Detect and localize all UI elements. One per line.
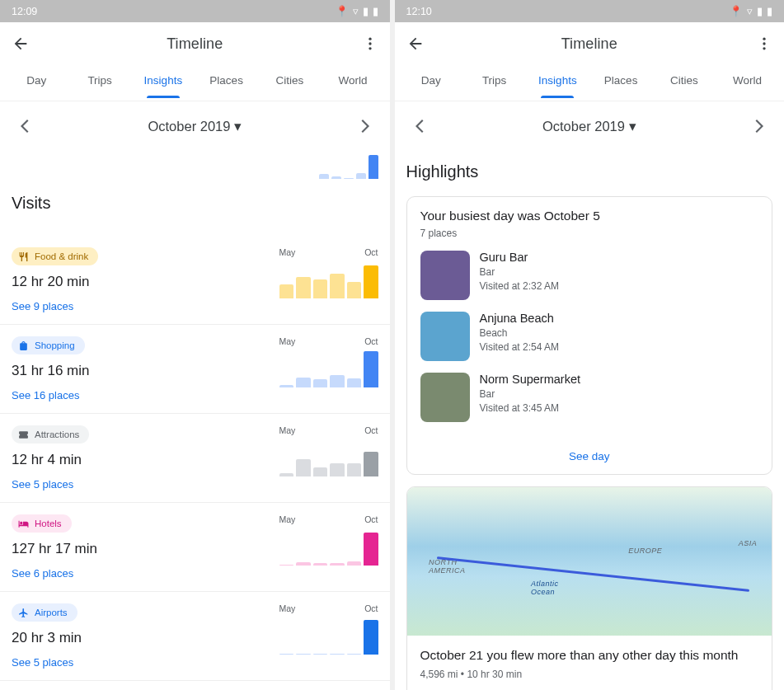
wifi-icon: ▿: [353, 5, 359, 17]
place-row-1[interactable]: Anjuna Beach Beach Visited at 2:54 AM: [420, 312, 759, 361]
month-nav: October 2019 ▾: [0, 101, 390, 151]
flight-title: October 21 you flew more than any other …: [420, 647, 759, 664]
flight-line: [437, 557, 749, 593]
battery-icon: ▮: [373, 5, 378, 17]
svg-point-5: [763, 47, 765, 49]
prev-month-button[interactable]: [406, 120, 433, 133]
svg-point-3: [763, 38, 765, 40]
tab-places[interactable]: Places: [195, 68, 258, 98]
svg-point-2: [369, 47, 371, 49]
category-chip[interactable]: Food & drink: [12, 247, 98, 265]
place-thumb: [420, 373, 470, 422]
range-end: Oct: [364, 247, 378, 257]
tab-trips[interactable]: Trips: [68, 68, 132, 98]
tab-day[interactable]: Day: [5, 68, 68, 98]
app-bar: Timeline: [0, 22, 390, 65]
back-button[interactable]: [12, 35, 38, 53]
current-month-selector[interactable]: October 2019 ▾: [38, 119, 352, 134]
shopping-bag-icon: [18, 340, 30, 351]
range-end: Oct: [364, 603, 378, 613]
tab-day[interactable]: Day: [400, 68, 463, 98]
location-icon: 📍: [730, 5, 743, 17]
tab-cities[interactable]: Cities: [653, 68, 716, 98]
plane-icon: [18, 607, 30, 618]
next-month-button[interactable]: [746, 120, 772, 133]
tab-trips[interactable]: Trips: [462, 68, 526, 98]
prev-month-button[interactable]: [12, 120, 38, 133]
category-chip[interactable]: Airports: [12, 603, 77, 622]
current-month-selector[interactable]: October 2019 ▾: [433, 119, 747, 134]
range-end: Oct: [364, 425, 378, 435]
tab-world[interactable]: World: [716, 68, 779, 98]
flight-card: NORTHAMERICA EUROPE ASIA AtlanticOcean O…: [406, 486, 773, 690]
visit-card-0: Food & drink 12 hr 20 min See 9 places M…: [0, 236, 390, 325]
chevron-down-icon: ▾: [234, 119, 242, 134]
chevron-down-icon: ▾: [629, 119, 636, 134]
place-visited: Visited at 2:54 AM: [480, 341, 560, 353]
page-title: Timeline: [433, 35, 747, 53]
next-month-button[interactable]: [352, 120, 378, 133]
location-icon: 📍: [336, 5, 349, 17]
chip-label: Airports: [35, 608, 68, 617]
month-nav: October 2019 ▾: [395, 101, 785, 151]
back-button[interactable]: [406, 35, 433, 53]
map-label-eu: EUROPE: [628, 547, 662, 555]
chip-label: Food & drink: [35, 251, 88, 261]
tab-insights[interactable]: Insights: [132, 68, 195, 98]
status-time: 12:09: [12, 6, 336, 17]
category-chip[interactable]: Attractions: [12, 425, 89, 444]
place-row-2[interactable]: Norm Supermarket Bar Visited at 3:45 AM: [420, 373, 759, 422]
range-end: Oct: [364, 336, 378, 346]
phone-right: 12:10 📍 ▿ ▮ ▮ Timeline DayTripsInsightsP…: [395, 0, 785, 690]
place-name: Guru Bar: [480, 251, 560, 264]
see-places-link[interactable]: See 5 places: [12, 478, 279, 491]
overflow-menu-button[interactable]: [746, 35, 772, 52]
tab-insights[interactable]: Insights: [526, 68, 589, 98]
flight-map[interactable]: NORTHAMERICA EUROPE ASIA AtlanticOcean: [407, 487, 772, 636]
svg-point-0: [369, 38, 371, 40]
visit-chart: [279, 618, 378, 655]
restaurant-icon: [18, 251, 30, 262]
category-chip[interactable]: Hotels: [12, 514, 72, 533]
place-row-0[interactable]: Guru Bar Bar Visited at 2:32 AM: [420, 251, 759, 300]
app-bar: Timeline: [395, 22, 785, 65]
category-chip[interactable]: Shopping: [12, 336, 85, 354]
tab-world[interactable]: World: [322, 68, 385, 98]
visit-duration: 20 hr 3 min: [12, 630, 279, 646]
place-type: Bar: [480, 266, 560, 278]
visit-duration: 12 hr 4 min: [12, 452, 279, 468]
tab-places[interactable]: Places: [589, 68, 653, 98]
status-bar: 12:10 📍 ▿ ▮ ▮: [395, 0, 785, 22]
range-start: May: [279, 336, 296, 346]
highlights-title: Highlights: [406, 162, 773, 181]
status-time: 12:10: [406, 6, 730, 17]
visit-duration: 12 hr 20 min: [12, 274, 279, 290]
visit-card-1: Shopping 31 hr 16 min See 16 places MayO…: [0, 325, 390, 414]
status-bar: 12:09 📍 ▿ ▮ ▮: [0, 0, 390, 22]
range-end: Oct: [364, 514, 378, 524]
see-places-link[interactable]: See 5 places: [12, 656, 279, 669]
see-day-link[interactable]: See day: [407, 445, 772, 474]
range-start: May: [279, 514, 296, 524]
flight-sub: 4,596 mi • 10 hr 30 min: [420, 669, 759, 680]
range-start: May: [279, 247, 296, 257]
range-start: May: [279, 603, 296, 613]
tab-cities[interactable]: Cities: [258, 68, 322, 98]
place-type: Beach: [480, 327, 560, 339]
visit-card-4: Airports 20 hr 3 min See 5 places MayOct: [0, 592, 390, 681]
ticket-icon: [18, 429, 30, 440]
see-places-link[interactable]: See 6 places: [12, 567, 279, 580]
scroll-right[interactable]: Highlights Your busiest day was October …: [395, 151, 785, 690]
overflow-menu-button[interactable]: [352, 35, 378, 52]
visit-chart: [279, 529, 378, 566]
busiest-day-count: 7 places: [420, 228, 759, 239]
place-name: Anjuna Beach: [480, 312, 560, 325]
place-visited: Visited at 3:45 AM: [480, 402, 580, 414]
tabs-left: DayTripsInsightsPlacesCitiesWorld: [0, 65, 390, 101]
scroll-left[interactable]: Visits Food & drink 12 hr 20 min See 9 p…: [0, 182, 390, 690]
busiest-day-card: Your busiest day was October 5 7 places …: [406, 196, 773, 475]
see-places-link[interactable]: See 16 places: [12, 389, 279, 401]
see-places-link[interactable]: See 9 places: [12, 300, 279, 312]
phone-left: 12:09 📍 ▿ ▮ ▮ Timeline DayTripsInsightsP…: [0, 0, 390, 690]
svg-point-1: [369, 42, 371, 45]
